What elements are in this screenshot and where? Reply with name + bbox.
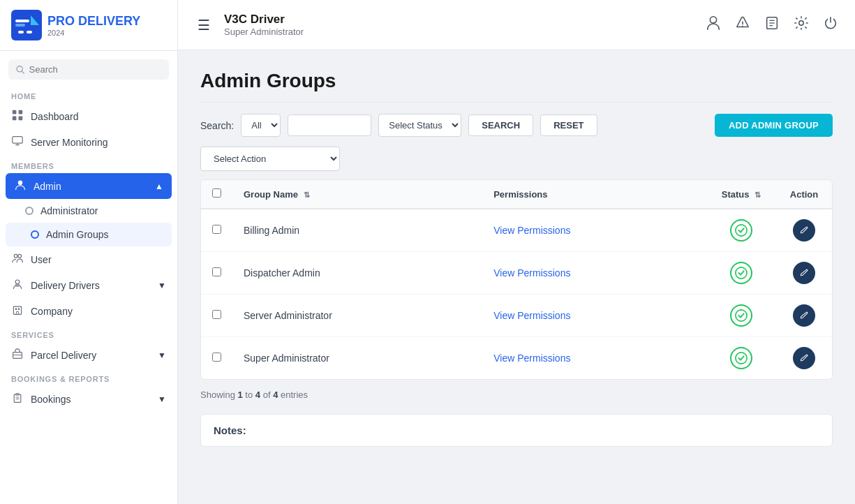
row-checkbox[interactable] [212, 353, 221, 362]
sidebar-item-label: Parcel Delivery [31, 350, 96, 361]
svg-rect-8 [13, 110, 17, 114]
view-permissions-link[interactable]: View Permissions [493, 353, 570, 364]
action-select[interactable]: Select Action [200, 147, 340, 171]
svg-rect-2 [15, 24, 25, 27]
svg-line-7 [22, 71, 24, 73]
box-icon [11, 348, 24, 362]
select-all-checkbox[interactable] [212, 188, 221, 198]
sidebar-item-label: Delivery Drivers [31, 280, 100, 291]
topbar-icons [706, 15, 838, 34]
logo-text-block: PRO DELIVERY 2024 [47, 14, 140, 37]
row-action [776, 337, 832, 380]
svg-point-39 [736, 310, 747, 321]
sidebar-item-admin-groups[interactable]: Admin Groups [6, 223, 172, 246]
svg-rect-11 [19, 117, 23, 121]
svg-point-15 [18, 181, 22, 185]
edit-button[interactable] [793, 262, 815, 284]
add-admin-group-button[interactable]: ADD ADMIN GROUP [715, 114, 833, 137]
sort-icon: ⇅ [754, 191, 761, 199]
row-status [706, 295, 776, 337]
status-check-icon [730, 347, 752, 369]
person-icon [14, 179, 27, 193]
svg-point-17 [18, 254, 22, 258]
status-check-icon [730, 219, 752, 242]
view-permissions-link[interactable]: View Permissions [493, 310, 570, 321]
brand-year: 2024 [47, 29, 140, 37]
svg-rect-4 [18, 31, 24, 34]
search-box[interactable] [8, 59, 169, 80]
col-status[interactable]: Status ⇅ [706, 180, 776, 209]
sidebar-item-delivery-drivers[interactable]: Delivery Drivers ▼ [0, 272, 177, 298]
table-row: Super Administrator View Permissions [201, 337, 832, 380]
sidebar-item-user[interactable]: User [0, 246, 177, 272]
row-checkbox[interactable] [212, 225, 221, 234]
filter-type-select[interactable]: All [241, 114, 281, 137]
sidebar-item-company[interactable]: Company [0, 298, 177, 324]
svg-rect-20 [13, 306, 21, 314]
sidebar-item-server-monitoring[interactable]: Server Monitoring [0, 129, 177, 155]
monitor-icon [11, 135, 24, 149]
row-checkbox-cell [201, 209, 232, 252]
row-permissions: View Permissions [482, 209, 706, 252]
sidebar-item-bookings[interactable]: Bookings ▼ [0, 386, 177, 412]
menu-toggle-button[interactable]: ☰ [195, 14, 213, 36]
people-icon [11, 253, 24, 266]
section-home: HOME [0, 85, 177, 103]
sub-dot-icon [25, 207, 34, 215]
alert-icon[interactable] [735, 15, 750, 34]
chevron-down-icon: ▼ [158, 281, 166, 290]
sidebar-item-label: Company [31, 306, 73, 317]
sidebar-item-label: User [31, 254, 52, 265]
sidebar-item-label: Admin [34, 181, 61, 192]
settings-icon[interactable] [794, 15, 809, 34]
view-permissions-link[interactable]: View Permissions [493, 267, 570, 279]
svg-rect-5 [27, 31, 32, 34]
notes-title: Notes: [214, 424, 819, 436]
edit-button[interactable] [793, 219, 815, 242]
edit-button[interactable] [793, 304, 815, 327]
sidebar-item-dashboard[interactable]: Dashboard [0, 103, 177, 129]
sidebar-item-parcel-delivery[interactable]: Parcel Delivery ▼ [0, 342, 177, 368]
filter-text-input[interactable] [288, 114, 371, 136]
search-label: Search: [200, 120, 234, 131]
svg-point-36 [799, 21, 803, 25]
svg-rect-22 [18, 309, 20, 310]
svg-point-16 [14, 254, 17, 258]
search-button[interactable]: SEARCH [468, 114, 533, 136]
sidebar-item-label: Administrator [40, 205, 98, 216]
col-group-name[interactable]: Group Name ⇅ [232, 180, 482, 209]
row-checkbox-cell [201, 337, 232, 380]
row-group-name: Super Administrator [232, 337, 482, 380]
grid-icon [11, 110, 24, 123]
svg-point-38 [736, 267, 747, 279]
sidebar-item-admin[interactable]: Admin ▲ [6, 173, 172, 199]
notes-icon[interactable] [764, 15, 780, 34]
svg-point-29 [710, 17, 716, 23]
edit-button[interactable] [793, 347, 815, 369]
row-action [776, 295, 832, 337]
user-icon[interactable] [706, 15, 721, 34]
row-checkbox[interactable] [212, 310, 221, 319]
sidebar: PRO DELIVERY 2024 HOME Dashboard Server … [0, 0, 178, 504]
table-row: Dispatcher Admin View Permissions [201, 252, 832, 295]
person-badge-icon [11, 279, 24, 292]
sidebar-item-label: Dashboard [31, 111, 79, 122]
row-checkbox[interactable] [212, 267, 221, 276]
sidebar-item-administrator[interactable]: Administrator [0, 199, 177, 223]
power-icon[interactable] [823, 15, 838, 34]
search-input[interactable] [29, 64, 162, 75]
view-permissions-link[interactable]: View Permissions [493, 225, 570, 236]
svg-rect-10 [13, 117, 17, 121]
action-bar: Select Action [200, 147, 833, 171]
filter-bar: Search: All Select Status Active Inactiv… [200, 114, 833, 137]
reset-button[interactable]: RESET [540, 114, 597, 136]
svg-rect-9 [19, 110, 23, 114]
col-checkbox [201, 180, 232, 209]
logo-icon [11, 10, 42, 40]
section-bookings: BOOKINGS & REPORTS [0, 368, 177, 386]
sort-icon: ⇅ [304, 191, 310, 199]
row-action [776, 209, 832, 252]
row-permissions: View Permissions [482, 295, 706, 337]
notes-section: Notes: [200, 414, 833, 447]
filter-status-select[interactable]: Select Status Active Inactive [378, 114, 461, 137]
